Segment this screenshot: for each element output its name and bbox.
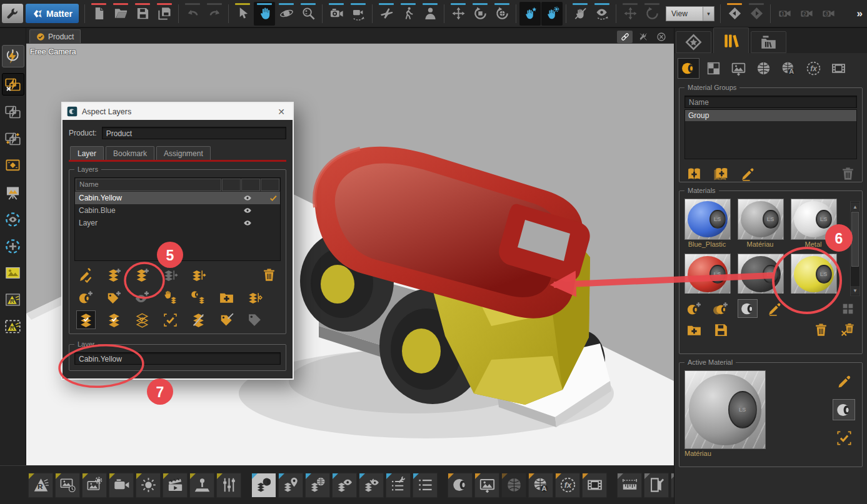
next-view-button[interactable] <box>746 2 767 26</box>
aspect-layers-review[interactable] <box>359 473 384 498</box>
fly-navigation-button[interactable] <box>376 2 397 26</box>
layers-lock-header[interactable] <box>241 179 260 191</box>
layers-table[interactable]: Name Cabin.YellowCabin.BlueLayer <box>74 177 281 261</box>
new-layer-folder[interactable] <box>218 289 236 306</box>
render-window-off[interactable] <box>2 73 24 96</box>
rotate-object-button[interactable] <box>641 2 663 26</box>
toolbar-overflow-button[interactable]: » <box>854 7 865 20</box>
camera-bookmark-2-button[interactable]: 2 <box>796 2 817 26</box>
dialog-tab-bookmark[interactable]: Bookmark <box>106 146 154 160</box>
material-thumbnail[interactable]: LS <box>684 199 731 240</box>
assign-interaction-layer[interactable] <box>161 289 179 306</box>
material-ball-preview[interactable] <box>833 400 854 420</box>
view-dropdown[interactable]: View▾ <box>666 6 714 21</box>
effects-editor[interactable]: fx <box>555 473 580 498</box>
camera-turntable-button[interactable] <box>348 2 369 26</box>
cat-environments[interactable] <box>753 59 774 78</box>
dialog-titlebar[interactable]: Aspect Layers ✕ <box>63 103 293 120</box>
layers-name-header[interactable]: Name <box>76 179 221 191</box>
variant-list[interactable] <box>413 473 438 498</box>
check-layer[interactable] <box>105 311 123 329</box>
add-ring[interactable] <box>3 235 24 257</box>
layer-row[interactable]: Cabin.Yellow <box>75 192 280 204</box>
adjustments-editor[interactable] <box>216 473 241 498</box>
group-layers[interactable] <box>161 266 179 284</box>
tag-layer[interactable] <box>246 311 264 329</box>
layer-visibility-cell[interactable] <box>241 194 254 202</box>
new-material[interactable] <box>684 300 703 317</box>
material-thumbnail[interactable]: LS <box>791 199 837 240</box>
add-material-layer[interactable] <box>77 289 95 306</box>
move-object-button[interactable] <box>619 2 641 26</box>
environment-atlas[interactable]: A <box>528 473 553 498</box>
avatar-navigation-button[interactable] <box>419 2 441 26</box>
measurement-tool[interactable] <box>617 473 642 498</box>
controller-settings[interactable] <box>189 473 214 498</box>
image-processing[interactable] <box>82 473 107 498</box>
touch-select-button[interactable] <box>519 2 541 26</box>
material-group-row[interactable]: Group <box>685 110 856 121</box>
tab-library[interactable] <box>713 27 749 53</box>
tab-library-folder[interactable] <box>751 31 786 53</box>
configuration-list[interactable] <box>386 473 411 498</box>
light-editor[interactable] <box>136 473 161 498</box>
scrollbar-thumb[interactable] <box>851 212 859 267</box>
render-image[interactable]: R <box>3 289 24 310</box>
add-sub-layer[interactable] <box>133 266 151 284</box>
material-groups-list[interactable]: Group <box>684 109 857 159</box>
undo-button[interactable] <box>182 2 203 26</box>
add-group[interactable] <box>684 165 703 182</box>
snapshot[interactable] <box>3 262 24 284</box>
product-input[interactable]: Product <box>102 127 286 139</box>
rename-material[interactable] <box>765 300 784 317</box>
check-layer-outline[interactable] <box>133 311 151 329</box>
camera-bookmark-3-button[interactable]: 3 <box>818 2 839 26</box>
dialog-close-icon[interactable]: ✕ <box>274 107 288 117</box>
new-material-copy[interactable] <box>711 300 730 317</box>
layer-visibility-cell[interactable] <box>241 219 254 227</box>
zoom-tool-button[interactable] <box>298 2 319 26</box>
material-thumbnail[interactable]: LS <box>738 199 784 240</box>
rotate-scene-button[interactable] <box>491 2 513 26</box>
redo-button[interactable] <box>204 2 225 26</box>
render-window[interactable] <box>3 101 24 122</box>
thumbnail-view[interactable] <box>838 300 857 317</box>
orbit-camera-tool-button[interactable] <box>276 2 297 26</box>
group-name-header[interactable]: Name <box>684 96 857 108</box>
open-scene-button[interactable] <box>110 2 131 26</box>
camera-bookmark-1-button[interactable]: 1 <box>774 2 795 26</box>
save-material[interactable] <box>711 321 730 338</box>
layers-visibility-header[interactable] <box>222 179 241 191</box>
raytracing-toggle[interactable] <box>2 45 24 67</box>
viewport-tab-product[interactable]: Product <box>29 29 81 43</box>
disable-interaction-button[interactable] <box>569 2 591 26</box>
import-material[interactable] <box>684 321 703 338</box>
aspect-layers-environment[interactable] <box>305 473 330 498</box>
cat-media[interactable] <box>828 59 849 78</box>
pick-material[interactable] <box>833 372 854 392</box>
pan-view-button[interactable] <box>448 2 469 26</box>
camera-tool-button[interactable] <box>326 2 347 26</box>
rename-group[interactable] <box>738 165 757 182</box>
unlink-tag[interactable] <box>218 311 236 329</box>
material-thumbnail[interactable]: LS <box>791 254 837 294</box>
cat-images[interactable] <box>728 59 749 78</box>
layer-active-cell[interactable] <box>267 194 280 203</box>
image-history[interactable] <box>55 473 80 498</box>
group-selected-layers[interactable] <box>189 266 208 284</box>
material-editor[interactable] <box>448 473 473 498</box>
layer-visibility-cell[interactable] <box>241 206 254 215</box>
aspect-layers-visibility[interactable] <box>332 473 357 498</box>
environment-editor[interactable] <box>501 473 526 498</box>
material-thumbnail[interactable]: LS <box>684 254 731 294</box>
select-tool-button[interactable] <box>232 2 253 26</box>
layer-row[interactable]: Layer <box>75 217 280 229</box>
cat-patterns[interactable] <box>703 59 724 78</box>
cat-materials[interactable] <box>678 59 699 78</box>
layer-name-input[interactable]: Cabin.Yellow <box>74 352 281 365</box>
texture-editor[interactable] <box>474 473 499 498</box>
visibility-ring[interactable] <box>3 209 24 230</box>
walk-navigation-button[interactable] <box>398 2 419 26</box>
add-layer-variant[interactable] <box>246 289 264 306</box>
active-material-thumbnail[interactable]: LS <box>684 370 766 449</box>
